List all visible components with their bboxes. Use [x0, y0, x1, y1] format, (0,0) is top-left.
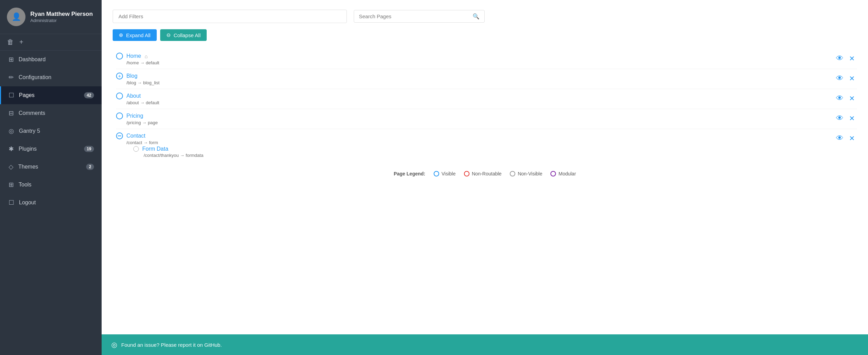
legend-item-visible: Visible: [434, 171, 456, 176]
logout-icon: ☐: [9, 199, 14, 206]
delete-icon-contact[interactable]: ✕: [849, 134, 855, 142]
view-icon-pricing[interactable]: 👁: [836, 114, 844, 123]
expand-all-button[interactable]: ⊕ Expand All: [113, 29, 157, 41]
sidebar-label-comments: Comments: [19, 110, 45, 116]
delete-icon-blog[interactable]: ✕: [849, 74, 855, 83]
legend-circle-non-visible: [510, 171, 515, 176]
search-input[interactable]: [359, 13, 470, 19]
page-indicator: [116, 132, 123, 139]
delete-icon-pricing[interactable]: ✕: [849, 114, 855, 122]
sidebar-label-plugins: Plugins: [19, 146, 37, 152]
page-path-form-data: /contact/thankyou → formdata: [144, 153, 203, 158]
page-path-about: /about → default: [126, 100, 159, 105]
delete-icon-about[interactable]: ✕: [849, 94, 855, 103]
sidebar-label-pages: Pages: [19, 92, 34, 98]
user-role: Administrator: [30, 18, 93, 23]
page-legend: Page Legend: VisibleNon-RoutableNon-Visi…: [113, 171, 857, 176]
sidebar-item-pages[interactable]: ☐ Pages 42: [0, 86, 102, 104]
expand-all-label: Expand All: [126, 32, 151, 38]
pages-icon: ☐: [9, 92, 14, 99]
sidebar-item-configuration[interactable]: ✏ Configuration: [0, 68, 102, 86]
legend-circle-non-routable: [464, 171, 469, 176]
configuration-icon: ✏: [9, 74, 14, 81]
main-content: 🔍 ⊕ Expand All ⊖ Collapse All Home⌂/home…: [102, 0, 868, 355]
collapse-minus-icon: ⊖: [166, 32, 171, 38]
sidebar: 👤 Ryan Matthew Pierson Administrator 🗑 +…: [0, 0, 102, 355]
sidebar-item-plugins[interactable]: ✱ Plugins 19: [0, 140, 102, 158]
legend-circle-visible: [434, 171, 439, 176]
page-name-about[interactable]: About: [126, 93, 141, 99]
filter-input[interactable]: [113, 10, 347, 23]
plugins-icon: ✱: [9, 145, 14, 153]
top-bar: 🔍: [113, 10, 857, 23]
btn-bar: ⊕ Expand All ⊖ Collapse All: [113, 29, 857, 41]
themes-icon: ◇: [9, 163, 13, 171]
comments-icon: ⊟: [9, 109, 14, 117]
user-info: Ryan Matthew Pierson Administrator: [30, 11, 93, 23]
view-icon-about[interactable]: 👁: [836, 94, 844, 103]
expand-plus-icon: ⊕: [119, 32, 123, 38]
avatar: 👤: [7, 8, 25, 26]
page-name-contact[interactable]: Contact: [126, 133, 145, 139]
page-path-blog: /blog → blog_list: [126, 80, 159, 85]
sidebar-item-tools[interactable]: ⊞ Tools: [0, 176, 102, 194]
view-icon-contact[interactable]: 👁: [836, 134, 844, 143]
sidebar-label-gantry5: Gantry 5: [19, 128, 40, 134]
dashboard-icon: ⊞: [9, 56, 14, 63]
github-icon: ◎: [111, 341, 117, 349]
gantry5-icon: ◎: [9, 127, 14, 135]
table-row: Blog/blog → blog_list👁✕: [116, 69, 857, 89]
nav-container: ⊞ Dashboard ✏ Configuration ☐ Pages 42 ⊟…: [0, 51, 102, 212]
delete-icon-home[interactable]: ✕: [849, 54, 855, 63]
plugins-badge: 19: [84, 146, 94, 152]
page-indicator: [116, 112, 123, 119]
page-indicator: [116, 53, 123, 60]
page-indicator: [133, 146, 139, 152]
page-indicator: [116, 73, 123, 79]
sidebar-item-dashboard[interactable]: ⊞ Dashboard: [0, 51, 102, 68]
page-name-pricing[interactable]: Pricing: [126, 113, 143, 119]
add-icon[interactable]: +: [19, 38, 23, 46]
page-path-pricing: /pricing → page: [126, 120, 158, 125]
view-icon-blog[interactable]: 👁: [836, 74, 844, 83]
page-list: Home⌂/home → default👁✕Blog/blog → blog_l…: [116, 49, 857, 161]
content-area: 🔍 ⊕ Expand All ⊖ Collapse All Home⌂/home…: [102, 0, 868, 334]
legend-label-visible: Visible: [442, 171, 456, 176]
tools-icon: ⊞: [9, 181, 14, 189]
pages-badge: 42: [84, 92, 94, 98]
page-name-blog[interactable]: Blog: [126, 73, 137, 79]
legend-circle-modular: [550, 171, 556, 176]
sidebar-label-configuration: Configuration: [19, 74, 51, 80]
view-icon-home[interactable]: 👁: [836, 54, 844, 63]
legend-item-non-routable: Non-Routable: [464, 171, 502, 176]
search-box: 🔍: [354, 10, 485, 23]
collapse-all-label: Collapse All: [174, 32, 200, 38]
legend-label-modular: Modular: [558, 171, 576, 176]
sidebar-label-tools: Tools: [19, 182, 31, 188]
home-icon: ⌂: [145, 53, 148, 59]
trash-icon[interactable]: 🗑: [7, 38, 14, 46]
page-name-form-data[interactable]: Form Data: [142, 146, 168, 152]
page-indicator: [116, 93, 123, 99]
sidebar-item-gantry5[interactable]: ◎ Gantry 5: [0, 122, 102, 140]
sidebar-item-comments[interactable]: ⊟ Comments: [0, 104, 102, 122]
legend-item-non-visible: Non-Visible: [510, 171, 542, 176]
sidebar-item-themes[interactable]: ◇ Themes 2: [0, 158, 102, 176]
legend-item-modular: Modular: [550, 171, 576, 176]
legend-label-non-visible: Non-Visible: [518, 171, 542, 176]
footer-banner: ◎ Found an issue? Please report it on Gi…: [102, 334, 868, 355]
page-name-home[interactable]: Home: [126, 53, 141, 59]
collapse-all-button[interactable]: ⊖ Collapse All: [160, 29, 207, 41]
search-icon: 🔍: [473, 13, 479, 20]
table-row: Home⌂/home → default👁✕: [116, 49, 857, 69]
themes-badge: 2: [86, 164, 94, 170]
user-name: Ryan Matthew Pierson: [30, 11, 93, 18]
sidebar-item-logout[interactable]: ☐ Logout: [0, 194, 102, 212]
sidebar-actions: 🗑 +: [0, 34, 102, 51]
legend-label-non-routable: Non-Routable: [472, 171, 502, 176]
sidebar-label-logout: Logout: [19, 200, 36, 206]
table-row: Pricing/pricing → page👁✕: [116, 109, 857, 129]
table-row: Contact/contact → formForm Data/contact/…: [116, 129, 857, 161]
page-path-contact: /contact → form: [126, 140, 203, 145]
footer-message: Found an issue? Please report it on GitH…: [121, 342, 222, 348]
